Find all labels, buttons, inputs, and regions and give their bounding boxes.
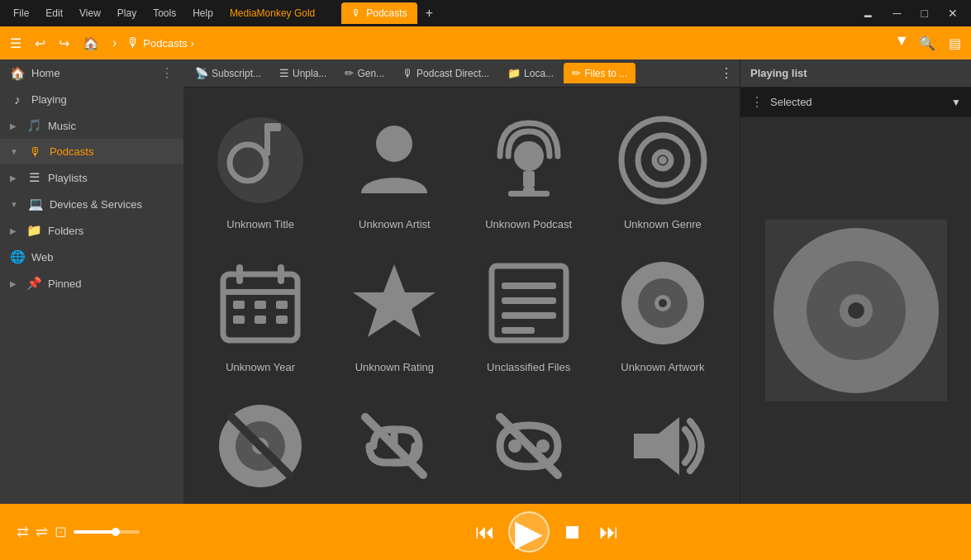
prev-button[interactable]: ⏮ bbox=[472, 517, 498, 547]
shuffle-icon[interactable]: ⇌ bbox=[36, 523, 48, 541]
right-panel: Playing list ⋮ Selected ▼ bbox=[740, 59, 971, 504]
unclassified-files-icon-wrap bbox=[479, 254, 578, 353]
selected-chevron[interactable]: ▼ bbox=[951, 97, 961, 108]
tab-add-button[interactable]: + bbox=[419, 2, 440, 24]
selected-label: Selected bbox=[770, 96, 812, 108]
grid-item-unknown-artist[interactable]: Unknown Artist bbox=[327, 97, 461, 240]
menu-file[interactable]: File bbox=[7, 4, 36, 22]
next-button[interactable]: ⏭ bbox=[596, 517, 622, 547]
unknown-year-icon bbox=[215, 258, 306, 349]
grid-scroll[interactable]: Unknown Title Unknown Artist bbox=[183, 88, 740, 504]
unknown-artist-icon bbox=[349, 115, 440, 206]
sidebar-item-folders[interactable]: ▶ 📁 Folders bbox=[0, 217, 183, 244]
sidebar-item-playing[interactable]: ♪ Playing bbox=[0, 87, 183, 112]
volume-slider[interactable] bbox=[74, 530, 140, 534]
svg-point-5 bbox=[514, 141, 544, 171]
menu-bar: File Edit View Play Tools Help MediaMonk… bbox=[7, 4, 321, 22]
sidebar-item-web[interactable]: 🌐 Web bbox=[0, 244, 183, 270]
breadcrumb: 🎙 Podcasts › bbox=[126, 36, 194, 50]
filter-icon[interactable]: ▼ bbox=[894, 32, 909, 55]
repeat-icon[interactable]: ⇄ bbox=[17, 523, 29, 541]
grid-item-inconsistent-artwork[interactable]: Inconsistent Artw... bbox=[193, 383, 327, 504]
search-icon[interactable]: 🔍 bbox=[916, 32, 939, 55]
sidebar-more-home[interactable]: ⋮ bbox=[160, 65, 174, 81]
redo-button[interactable]: ↪ bbox=[55, 32, 73, 55]
tab-podcasts-label: Podcasts bbox=[366, 7, 407, 19]
grid-item-unanalyzed-volume[interactable]: Unanalyzed Volu... bbox=[596, 383, 730, 504]
tab-podcast-icon: 🎙 bbox=[351, 7, 361, 19]
grid-item-unknown-genre[interactable]: Unknown Genre bbox=[596, 97, 730, 240]
unknown-title-label: Unknown Title bbox=[226, 218, 294, 230]
menu-mmg[interactable]: MediaMonkey Gold bbox=[223, 4, 321, 22]
tab-genres[interactable]: ✏ Gen... bbox=[336, 63, 393, 83]
undo-button[interactable]: ↩ bbox=[31, 32, 49, 55]
play-button[interactable]: ▶ bbox=[508, 511, 550, 553]
breadcrumb-arrow-2: › bbox=[191, 37, 194, 50]
menu-tools[interactable]: Tools bbox=[146, 4, 183, 22]
sidebar-item-playlists[interactable]: ▶ ☰ Playlists bbox=[0, 164, 183, 191]
svg-rect-3 bbox=[264, 123, 281, 131]
unknown-rating-label: Unknown Rating bbox=[355, 361, 434, 373]
unknown-artwork-icon-wrap bbox=[613, 254, 712, 353]
sidebar-item-pinned[interactable]: ▶ 📌 Pinned bbox=[0, 270, 183, 297]
volume-thumb[interactable] bbox=[112, 528, 120, 536]
tab-podcast-dir-label: Podcast Direct... bbox=[416, 68, 489, 79]
menu-help[interactable]: Help bbox=[186, 4, 220, 22]
grid-item-unknown-title[interactable]: Unknown Title bbox=[193, 97, 327, 240]
unplayed-tab-icon: ☰ bbox=[279, 67, 289, 79]
tab-podcast-directory[interactable]: 🎙 Podcast Direct... bbox=[394, 63, 497, 83]
unknown-rating-icon bbox=[349, 258, 440, 349]
tabs-more-button[interactable]: ⋮ bbox=[716, 62, 736, 84]
menu-play[interactable]: Play bbox=[111, 4, 143, 22]
grid-container: Unknown Title Unknown Artist bbox=[193, 97, 730, 494]
grid-item-unknown-year[interactable]: Unknown Year bbox=[193, 240, 327, 383]
sidebar-label-home: Home bbox=[31, 67, 60, 79]
window-controls: 🗕 ─ □ ✕ bbox=[855, 5, 964, 21]
tab-podcasts[interactable]: 🎙 Podcasts bbox=[341, 2, 416, 24]
sidebar-item-podcasts[interactable]: ▼ 🎙 Podcasts bbox=[0, 139, 183, 164]
svg-rect-16 bbox=[278, 264, 284, 284]
selected-bar[interactable]: ⋮ Selected ▼ bbox=[740, 88, 971, 117]
svg-point-12 bbox=[659, 156, 667, 164]
genres-tab-icon: ✏ bbox=[345, 67, 354, 79]
minimize-button[interactable]: ─ bbox=[887, 5, 908, 21]
svg-point-47 bbox=[848, 302, 864, 319]
unclassified-files-label: Unclassified Files bbox=[487, 361, 570, 373]
tab-unplayed[interactable]: ☰ Unpla... bbox=[271, 63, 335, 83]
sidebar-item-home[interactable]: 🏠 Home ⋮ bbox=[0, 59, 183, 87]
selected-more-icon[interactable]: ⋮ bbox=[750, 94, 764, 110]
grid-item-unknown-artwork[interactable]: Unknown Artwork bbox=[596, 240, 730, 383]
sidebar-label-devices: Devices & Services bbox=[50, 198, 142, 211]
close-button[interactable]: ✕ bbox=[941, 5, 964, 21]
grid-item-disconnected[interactable]: Disconnected bbox=[462, 383, 596, 504]
grid-item-unknown-rating[interactable]: Unknown Rating bbox=[327, 240, 461, 383]
playing-list-label: Playing list bbox=[750, 67, 807, 79]
maximize-button[interactable]: □ bbox=[915, 5, 935, 21]
svg-rect-14 bbox=[223, 289, 297, 295]
disconnected-icon bbox=[483, 401, 574, 491]
stop-button[interactable]: ⏹ bbox=[559, 517, 586, 547]
grid-item-unclassified-files[interactable]: Unclassified Files bbox=[462, 240, 596, 383]
tab-local[interactable]: 📁 Loca... bbox=[499, 63, 562, 83]
home-button[interactable]: 🏠 bbox=[79, 32, 102, 55]
grid-item-dead-links[interactable]: Dead Links bbox=[327, 383, 461, 504]
sidebar-item-music[interactable]: ▶ 🎵 Music bbox=[0, 112, 183, 139]
unanalyzed-volume-icon-wrap bbox=[613, 396, 712, 496]
view-options-icon[interactable]: ▤ bbox=[945, 32, 964, 55]
folders-icon: 📁 bbox=[26, 223, 41, 238]
sidebar-label-playlists: Playlists bbox=[48, 172, 88, 184]
grid-item-unknown-podcast[interactable]: Unknown Podcast bbox=[462, 97, 596, 240]
playing-list-header: Playing list bbox=[740, 59, 971, 88]
breadcrumb-label: Podcasts bbox=[143, 37, 187, 50]
unknown-genre-label: Unknown Genre bbox=[624, 218, 702, 230]
tab-subscriptions[interactable]: 📡 Subscript... bbox=[187, 63, 269, 83]
dead-links-icon-wrap bbox=[345, 396, 444, 496]
tab-files-to[interactable]: ✏ Files to ... bbox=[564, 63, 635, 83]
menu-view[interactable]: View bbox=[73, 4, 107, 22]
menu-edit[interactable]: Edit bbox=[39, 4, 69, 22]
sidebar-item-devices[interactable]: ▼ 💻 Devices & Services bbox=[0, 191, 183, 217]
cast-icon[interactable]: ⊡ bbox=[55, 523, 67, 541]
dropdown-icon[interactable]: 🗕 bbox=[855, 5, 880, 21]
unclassified-files-icon bbox=[483, 258, 574, 349]
hamburger-icon[interactable]: ☰ bbox=[7, 32, 25, 55]
